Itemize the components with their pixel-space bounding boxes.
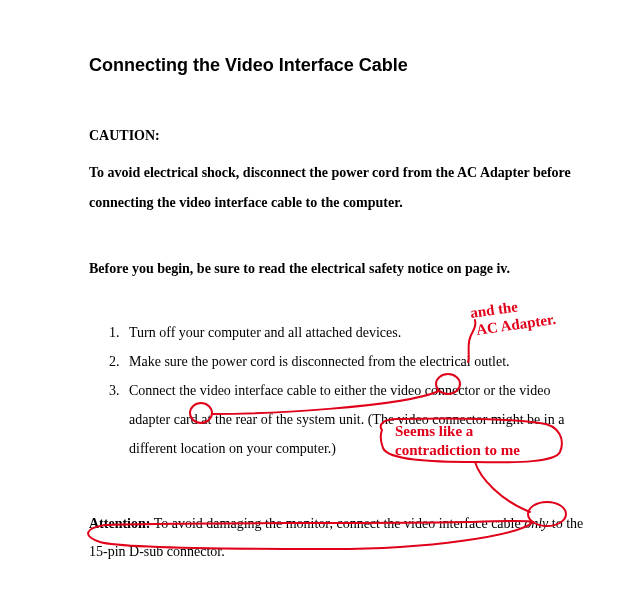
step-text: Turn off your computer and all attached … — [129, 318, 589, 347]
list-item: 1. Turn off your computer and all attach… — [109, 318, 589, 347]
caution-body: To avoid electrical shock, disconnect th… — [89, 158, 579, 218]
attention-only-word: only — [524, 516, 548, 531]
step-text: Connect the video interface cable to eit… — [129, 376, 589, 463]
before-you-begin-notice: Before you begin, be sure to read the el… — [89, 261, 579, 277]
step-number: 1. — [109, 318, 129, 347]
step-text: Make sure the power cord is disconnected… — [129, 347, 589, 376]
list-item: 2. Make sure the power cord is disconnec… — [109, 347, 589, 376]
list-item: 3. Connect the video interface cable to … — [109, 376, 589, 463]
page-title: Connecting the Video Interface Cable — [89, 55, 408, 76]
step-number: 2. — [109, 347, 129, 376]
step-number: 3. — [109, 376, 129, 463]
steps-list: 1. Turn off your computer and all attach… — [109, 318, 589, 463]
attention-paragraph: Attention: To avoid damaging the monitor… — [89, 510, 589, 566]
caution-label: CAUTION: — [89, 128, 160, 144]
connector-line-2-icon — [475, 462, 530, 512]
document-page: Connecting the Video Interface Cable CAU… — [0, 0, 622, 604]
attention-label: Attention: — [89, 516, 150, 531]
attention-body-before: To avoid damaging the monitor, connect t… — [150, 516, 524, 531]
